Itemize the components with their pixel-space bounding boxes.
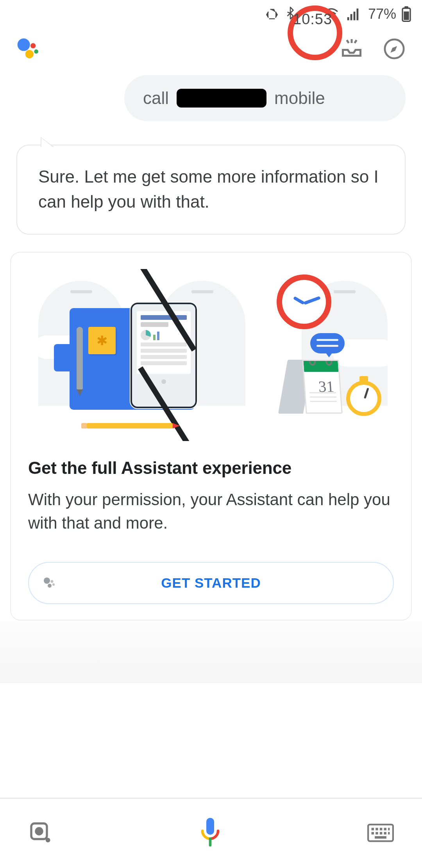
svg-point-7 [25,50,34,58]
svg-rect-3 [404,6,408,8]
svg-rect-23 [372,828,374,830]
svg-point-16 [52,583,55,586]
svg-rect-4 [404,11,409,20]
svg-line-11 [355,40,357,43]
notebook-graphic: ✱ [70,308,195,410]
conversation-area: call mobile Sure. Let me get some more i… [0,71,422,235]
svg-point-13 [44,577,50,584]
get-started-button[interactable]: GET STARTED [28,562,394,604]
status-bar: 77% 10:53 [0,0,422,28]
card-title: Get the full Assistant experience [28,458,394,478]
calendar-date: 31 [318,377,334,396]
signal-icon [345,7,360,22]
mic-button[interactable] [195,815,226,852]
svg-point-8 [34,49,38,54]
assistant-permission-card: ✱ 31 [10,252,412,621]
assistant-logo-icon [16,36,41,63]
svg-rect-29 [376,832,378,834]
user-message-bubble[interactable]: call mobile [124,75,406,121]
calendar-graphic: 31 [283,356,341,414]
svg-rect-25 [380,828,382,830]
user-message-suffix: mobile [274,88,325,108]
svg-point-15 [48,584,52,588]
chat-bubble-graphic [310,333,345,353]
explore-icon[interactable] [383,38,406,62]
assistant-message-bubble: Sure. Let me get some more information s… [16,145,406,235]
svg-rect-33 [375,836,386,838]
app-header [0,28,422,71]
svg-point-19 [46,838,50,842]
svg-point-18 [36,828,42,834]
keyboard-icon[interactable] [367,823,394,845]
status-icons: 77% 10:53 [265,6,411,22]
card-illustration: ✱ 31 [11,269,411,441]
assistant-mini-icon [42,575,58,591]
scroll-fade [0,621,422,683]
stopwatch-graphic [346,381,381,416]
svg-rect-20 [206,818,214,834]
svg-rect-31 [384,832,386,834]
card-body: With your permission, your Assistant can… [28,488,394,536]
svg-rect-26 [384,828,386,830]
svg-rect-32 [388,832,390,834]
battery-percent: 77% [368,6,396,22]
svg-rect-30 [380,832,382,834]
svg-point-5 [18,38,30,51]
svg-rect-27 [388,828,390,830]
user-message-prefix: call [143,88,169,108]
status-clock: 10:53 [288,5,342,60]
svg-point-6 [30,43,36,48]
redacted-name [177,89,266,108]
svg-line-10 [347,40,349,43]
get-started-label: GET STARTED [161,575,261,591]
assistant-message-text: Sure. Let me get some more information s… [38,167,379,211]
clock-graphic [277,274,331,329]
svg-rect-24 [376,828,378,830]
inbox-updates-icon[interactable] [340,37,363,62]
svg-rect-28 [372,832,374,834]
battery-icon [402,6,411,22]
lens-icon[interactable] [28,820,53,847]
svg-point-14 [51,580,54,583]
bottom-input-bar [0,798,422,868]
recycle-icon [265,7,279,21]
